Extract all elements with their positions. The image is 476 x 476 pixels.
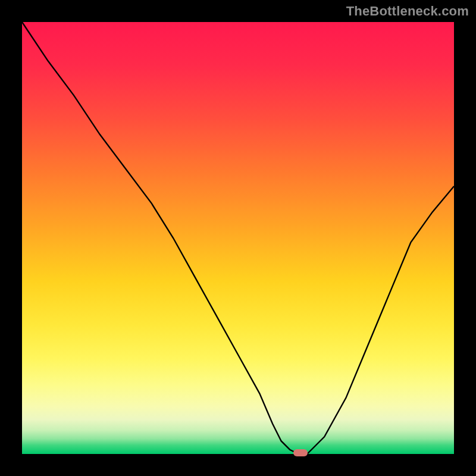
bottleneck-curve (22, 22, 454, 454)
watermark-text: TheBottleneck.com (346, 4, 469, 19)
optimal-point-marker (293, 449, 308, 456)
plot-area (22, 22, 454, 454)
chart-frame: TheBottleneck.com (0, 0, 476, 476)
